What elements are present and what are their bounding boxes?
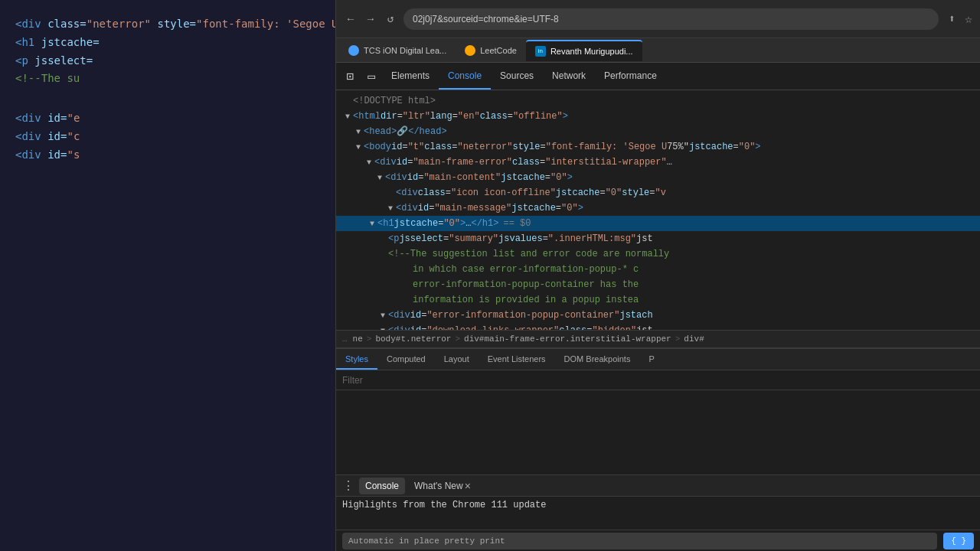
html-tree: <!DOCTYPE html> <html dir="ltr" lang="en… xyxy=(336,90,980,330)
back-icon[interactable]: ← xyxy=(344,12,358,26)
html-line-download[interactable]: <div id="download-links-wrapper" class="… xyxy=(336,323,980,330)
html-line-icon[interactable]: <div class="icon icon-offline" jstcache=… xyxy=(336,185,980,201)
revanth-tab-icon: in xyxy=(535,46,546,57)
console-input-row: Automatic in place pretty print { } xyxy=(336,530,980,551)
breadcrumb-item-ne[interactable]: ne xyxy=(351,334,365,344)
arrow-head[interactable] xyxy=(353,126,364,138)
breadcrumb-item-div[interactable]: div# xyxy=(681,334,706,344)
styles-panel: Styles Computed Layout Event Listeners D… xyxy=(336,348,980,474)
html-line-body[interactable]: <body id="t" class="neterror" style="fon… xyxy=(336,139,980,155)
filter-input[interactable] xyxy=(342,375,974,386)
bookmark-icon[interactable]: ☆ xyxy=(965,11,972,27)
arrow-html[interactable] xyxy=(342,111,353,122)
arrow-h1[interactable] xyxy=(367,218,377,230)
browser-tab-tcs[interactable]: TCS iON Digital Lea... xyxy=(339,40,456,61)
equals-sign: == $0 xyxy=(503,217,531,230)
arrow-main-content[interactable] xyxy=(374,172,385,184)
breadcrumb-item-main-frame[interactable]: div#main-frame-error.interstitial-wrappe… xyxy=(462,334,674,344)
console-area: ⋮ Console What's New × Highlights from t… xyxy=(336,474,980,551)
console-input-placeholder: Automatic in place pretty print xyxy=(348,536,505,546)
styles-tab-label: Styles xyxy=(345,354,368,364)
tab-console[interactable]: Console xyxy=(439,63,491,90)
address-bar[interactable]: 02j0j7&sourceid=chrome&ie=UTF-8 xyxy=(403,8,939,30)
html-line-p[interactable]: <p jsselect="summary" jsvalues=".innerHT… xyxy=(336,231,980,246)
computed-tab-label: Computed xyxy=(387,354,426,364)
arrow-body[interactable] xyxy=(353,142,364,153)
devtools-panel: ← → ↺ 02j0j7&sourceid=chrome&ie=UTF-8 ⬆ … xyxy=(335,0,980,551)
breadcrumb-bar: … ne > body#t.neterror > div#main-frame-… xyxy=(336,330,980,348)
html-line-html[interactable]: <html dir="ltr" lang="en" class="offline… xyxy=(336,109,980,124)
tab-elements-label: Elements xyxy=(391,70,430,81)
refresh-icon[interactable]: ↺ xyxy=(384,12,397,26)
arrow-main-message[interactable] xyxy=(385,203,396,214)
breadcrumb-item-body[interactable]: body#t.neterror xyxy=(373,334,453,344)
leetcode-tab-icon xyxy=(465,45,475,56)
html-line-main-content[interactable]: <div id="main-content" jstcache="0" > xyxy=(336,170,980,185)
tab-sources-label: Sources xyxy=(500,70,534,81)
styles-tab-styles[interactable]: Styles xyxy=(336,349,377,370)
tab-performance-label: Performance xyxy=(604,70,657,81)
inspect-icon: ⊡ xyxy=(346,69,354,84)
styles-tab-event-listeners[interactable]: Event Listeners xyxy=(479,349,555,370)
whats-new-tab-label: What's New xyxy=(414,481,463,491)
console-tab-whats-new[interactable]: What's New × xyxy=(408,478,477,494)
chrome-bar: ← → ↺ 02j0j7&sourceid=chrome&ie=UTF-8 ⬆ … xyxy=(336,0,980,38)
leetcode-tab-label: LeetCode xyxy=(480,46,517,55)
device-toggle-button[interactable]: ▭ xyxy=(361,66,382,87)
dom-breakpoints-tab-label: DOM Breakpoints xyxy=(564,354,631,364)
tab-console-label: Console xyxy=(448,70,482,81)
filter-bar xyxy=(336,370,980,390)
tab-sources[interactable]: Sources xyxy=(491,63,543,90)
device-icon: ▭ xyxy=(368,69,375,84)
html-line-doctype[interactable]: <!DOCTYPE html> xyxy=(336,93,980,109)
console-tabs-row: ⋮ Console What's New × xyxy=(336,475,980,497)
arrow-main-frame[interactable] xyxy=(364,157,374,168)
console-content: Highlights from the Chrome 111 update xyxy=(336,497,980,530)
revanth-tab-label: Revanth Murigupudi... xyxy=(550,47,633,56)
styles-tab-dom-breakpoints[interactable]: DOM Breakpoints xyxy=(555,349,640,370)
browser-tab-leetcode[interactable]: LeetCode xyxy=(456,40,526,61)
whats-new-close-btn[interactable]: × xyxy=(465,480,471,492)
html-line-h1[interactable]: <h1 jstcache="0" > … </h1> == $0 xyxy=(336,216,980,231)
devtools-nav-tabs: Elements Console Sources Network Perform… xyxy=(382,63,977,90)
inspect-tool-button[interactable]: ⊡ xyxy=(339,66,361,87)
html-line-comment3[interactable]: error-information-popup-container has th… xyxy=(336,277,980,292)
address-text: 02j0j7&sourceid=chrome&ie=UTF-8 xyxy=(413,14,559,24)
tcs-tab-label: TCS iON Digital Lea... xyxy=(364,46,446,55)
styles-tab-computed[interactable]: Computed xyxy=(377,349,435,370)
elements-panel: <!DOCTYPE html> <html dir="ltr" lang="en… xyxy=(336,90,980,551)
tcs-tab-icon xyxy=(348,45,359,56)
styles-tab-layout[interactable]: Layout xyxy=(435,349,479,370)
forward-icon[interactable]: → xyxy=(364,12,377,26)
html-line-head[interactable]: <head> 🔗 </head> xyxy=(336,124,980,139)
html-line-main-message[interactable]: <div id="main-message" jstcache="0" > xyxy=(336,201,980,216)
layout-tab-label: Layout xyxy=(444,354,469,364)
console-more-menu[interactable]: ⋮ xyxy=(341,478,356,494)
html-line-comment4[interactable]: information is provided in a popup inste… xyxy=(336,292,980,308)
doctype-text: <!DOCTYPE html> xyxy=(353,94,436,108)
arrow-popup[interactable] xyxy=(377,310,388,321)
pretty-print-button[interactable]: { } xyxy=(943,533,974,549)
tab-performance[interactable]: Performance xyxy=(595,63,666,90)
browser-tabs-bar: TCS iON Digital Lea... LeetCode in Revan… xyxy=(336,38,980,63)
console-input-box[interactable]: Automatic in place pretty print xyxy=(342,533,937,549)
three-dots: … xyxy=(342,334,348,344)
html-line-popup-container[interactable]: <div id="error-information-popup-contain… xyxy=(336,308,980,323)
event-listeners-tab-label: Event Listeners xyxy=(488,354,546,364)
tab-network-label: Network xyxy=(552,70,586,81)
tab-network[interactable]: Network xyxy=(543,63,595,90)
html-line-comment2[interactable]: in which case error-information-popup-* … xyxy=(336,262,980,277)
pretty-print-label: { } xyxy=(951,536,966,546)
tab-elements[interactable]: Elements xyxy=(382,63,439,90)
devtools-toolbar: ⊡ ▭ Elements Console Sources Network Per… xyxy=(336,63,980,90)
html-line-comment1[interactable]: <!--The suggestion list and error code a… xyxy=(336,246,980,262)
console-message: Highlights from the Chrome 111 update xyxy=(342,500,546,510)
p-tab-label: P xyxy=(648,354,654,364)
html-line-main-frame[interactable]: <div id="main-frame-error" class="inters… xyxy=(336,155,980,170)
console-tab-console[interactable]: Console xyxy=(359,478,405,494)
styles-tab-p[interactable]: P xyxy=(639,349,663,370)
browser-tab-revanth[interactable]: in Revanth Murigupudi... xyxy=(526,40,642,61)
share-icon[interactable]: ⬆ xyxy=(945,12,959,26)
styles-tabs-row: Styles Computed Layout Event Listeners D… xyxy=(336,349,980,370)
html-tag: <html xyxy=(353,109,381,123)
